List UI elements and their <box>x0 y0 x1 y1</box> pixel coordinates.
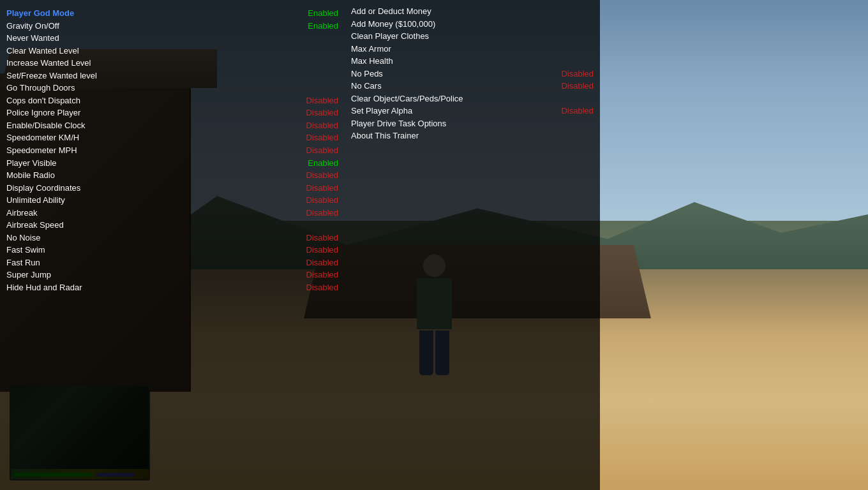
right-item-label-8: Set Player Alpha <box>351 105 412 117</box>
right-item-status-6: Disabled <box>561 80 594 92</box>
right-item-label-0: Add or Deduct Money <box>351 6 431 17</box>
right-menu-overlay: Add or Deduct MoneyAdd Money ($100,000)C… <box>345 0 600 490</box>
left-item-label-4: Increase Wanted Level <box>6 57 91 69</box>
right-menu-item-5[interactable]: No PedsDisabled <box>351 68 594 80</box>
left-item-label-10: Speedometer KM/H <box>6 132 79 144</box>
left-item-label-18: No Noise <box>6 232 40 244</box>
right-item-label-4: Max Health <box>351 56 393 67</box>
left-item-status-16: Disabled <box>306 207 338 219</box>
left-menu-item-22[interactable]: Hide Hud and RadarDisabled <box>6 281 338 294</box>
left-item-status-15: Disabled <box>306 195 338 206</box>
left-menu-item-2[interactable]: Never Wanted <box>6 32 338 45</box>
left-item-status-13: Disabled <box>306 170 338 181</box>
right-item-status-5: Disabled <box>561 68 594 80</box>
left-item-status-7: Disabled <box>306 95 338 107</box>
left-item-label-13: Mobile Radio <box>6 170 55 181</box>
right-menu-item-7[interactable]: Clear Object/Cars/Peds/Police <box>351 93 594 105</box>
left-item-status-18: Disabled <box>306 232 338 244</box>
left-menu-item-6[interactable]: Go Through Doors <box>6 82 338 94</box>
left-item-status-21: Disabled <box>306 269 338 281</box>
left-item-label-8: Police Ignore Player <box>6 107 80 119</box>
left-menu-item-20[interactable]: Fast RunDisabled <box>6 256 338 269</box>
left-item-status-20: Disabled <box>306 257 338 269</box>
left-item-label-14: Display Coordinates <box>6 182 80 194</box>
left-item-label-22: Hide Hud and Radar <box>6 282 82 293</box>
left-item-label-9: Enable/Disable Clock <box>6 120 86 131</box>
left-item-label-16: Airbreak <box>6 207 37 219</box>
right-item-label-9: Player Drive Task Options <box>351 118 446 130</box>
left-menu-item-18[interactable]: No NoiseDisabled <box>6 232 338 244</box>
left-menu-item-13[interactable]: Mobile RadioDisabled <box>6 169 338 182</box>
left-menu-item-21[interactable]: Super JumpDisabled <box>6 269 338 281</box>
left-item-label-19: Fast Swim <box>6 244 45 256</box>
left-item-label-0: Player God Mode <box>6 8 74 19</box>
left-item-label-7: Cops don't Dispatch <box>6 95 80 107</box>
right-item-label-1: Add Money ($100,000) <box>351 19 435 30</box>
right-menu-item-9[interactable]: Player Drive Task Options <box>351 117 594 130</box>
left-menu-item-3[interactable]: Clear Wanted Level <box>6 45 338 57</box>
left-item-status-8: Disabled <box>306 107 338 119</box>
right-menu-list: Add or Deduct MoneyAdd Money ($100,000)C… <box>351 5 594 142</box>
right-menu-item-0[interactable]: Add or Deduct Money <box>351 5 594 18</box>
right-menu-item-2[interactable]: Clean Player Clothes <box>351 30 594 43</box>
left-menu-item-5[interactable]: Set/Freeze Wanted level <box>6 70 338 82</box>
left-item-status-11: Disabled <box>306 145 338 156</box>
right-menu-item-4[interactable]: Max Health <box>351 55 594 68</box>
right-menu-item-1[interactable]: Add Money ($100,000) <box>351 18 594 31</box>
right-menu-item-3[interactable]: Max Armor <box>351 43 594 56</box>
left-item-label-6: Go Through Doors <box>6 82 75 94</box>
left-item-label-20: Fast Run <box>6 257 40 269</box>
right-item-label-2: Clean Player Clothes <box>351 31 429 42</box>
left-menu-item-15[interactable]: Unlimited AbilityDisabled <box>6 194 338 207</box>
right-menu-item-10[interactable]: About This Trainer <box>351 130 594 142</box>
left-menu-item-19[interactable]: Fast SwimDisabled <box>6 244 338 256</box>
left-item-label-12: Player Visible <box>6 158 57 169</box>
right-item-label-5: No Peds <box>351 68 383 80</box>
left-menu-overlay: Player God ModeEnabledGravity On/OffEnab… <box>0 0 345 490</box>
right-menu-item-6[interactable]: No CarsDisabled <box>351 80 594 93</box>
left-menu-item-9[interactable]: Enable/Disable ClockDisabled <box>6 119 338 132</box>
left-menu-item-8[interactable]: Police Ignore PlayerDisabled <box>6 107 338 119</box>
left-item-status-19: Disabled <box>306 244 338 256</box>
left-item-label-15: Unlimited Ability <box>6 195 65 206</box>
left-item-status-0: Enabled <box>308 8 338 19</box>
left-item-label-1: Gravity On/Off <box>6 20 59 32</box>
left-item-status-9: Disabled <box>306 120 338 131</box>
right-item-label-10: About This Trainer <box>351 130 419 142</box>
left-item-status-12: Enabled <box>308 158 338 169</box>
right-item-label-3: Max Armor <box>351 43 391 55</box>
right-menu-item-8[interactable]: Set Player AlphaDisabled <box>351 105 594 117</box>
left-item-status-10: Disabled <box>306 132 338 144</box>
left-item-status-1: Enabled <box>308 20 338 32</box>
right-item-status-8: Disabled <box>561 105 594 117</box>
left-item-status-22: Disabled <box>306 282 338 293</box>
left-menu-item-16[interactable]: AirbreakDisabled <box>6 207 338 219</box>
left-menu-list: Player God ModeEnabledGravity On/OffEnab… <box>6 7 338 294</box>
left-item-label-11: Speedometer MPH <box>6 145 77 156</box>
right-item-label-7: Clear Object/Cars/Peds/Police <box>351 93 463 105</box>
right-item-label-6: No Cars <box>351 80 382 92</box>
left-menu-item-17[interactable]: Airbreak Speed <box>6 219 338 232</box>
left-item-label-3: Clear Wanted Level <box>6 45 79 57</box>
left-item-label-17: Airbreak Speed <box>6 219 64 231</box>
left-menu-item-7[interactable]: Cops don't DispatchDisabled <box>6 94 338 107</box>
left-menu-item-14[interactable]: Display CoordinatesDisabled <box>6 182 338 195</box>
left-menu-item-4[interactable]: Increase Wanted Level <box>6 57 338 70</box>
left-menu-item-11[interactable]: Speedometer MPHDisabled <box>6 144 338 157</box>
left-menu-item-1[interactable]: Gravity On/OffEnabled <box>6 20 338 33</box>
left-menu-item-12[interactable]: Player VisibleEnabled <box>6 157 338 170</box>
left-item-label-2: Never Wanted <box>6 33 59 44</box>
left-menu-item-10[interactable]: Speedometer KM/HDisabled <box>6 131 338 144</box>
left-item-status-14: Disabled <box>306 182 338 194</box>
left-menu-item-0[interactable]: Player God ModeEnabled <box>6 7 338 20</box>
left-item-label-5: Set/Freeze Wanted level <box>6 70 97 82</box>
left-item-label-21: Super Jump <box>6 269 51 281</box>
